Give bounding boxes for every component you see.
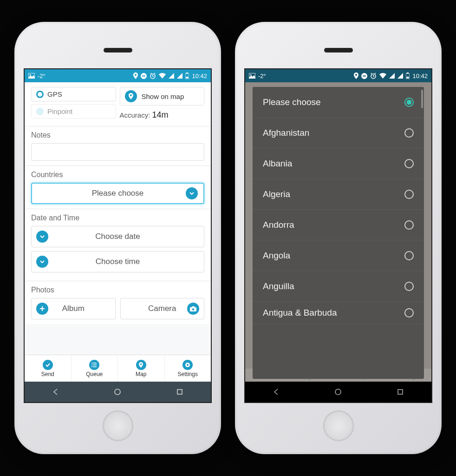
countries-dropdown[interactable]: Please choose — [31, 183, 204, 204]
option-label: Antigua & Barbuda — [263, 308, 337, 318]
signal-icon-2 — [397, 73, 403, 79]
gps-radio[interactable]: GPS — [31, 87, 116, 101]
photos-section: Photos Album Camera — [25, 281, 211, 324]
svg-rect-29 — [407, 77, 409, 79]
tab-map[interactable]: Map — [118, 355, 165, 382]
pinpoint-radio[interactable]: Pinpoint — [31, 104, 116, 119]
plus-icon — [36, 303, 48, 315]
country-option[interactable]: Antigua & Barbuda — [253, 302, 424, 324]
svg-point-16 — [140, 363, 142, 365]
tab-queue-label: Queue — [86, 371, 103, 377]
album-button[interactable]: Album — [31, 298, 116, 319]
location-icon — [354, 73, 358, 79]
option-label: Angola — [263, 251, 290, 261]
svg-point-22 — [250, 74, 252, 76]
battery-icon — [406, 73, 410, 79]
dnd-icon — [141, 73, 147, 79]
radio-unselected-icon — [404, 190, 414, 199]
signal-icon-2 — [177, 73, 182, 79]
screen-right: -2° — [244, 68, 432, 403]
radio-unselected-icon — [404, 308, 414, 317]
picture-icon — [249, 73, 255, 79]
tab-settings[interactable]: Settings — [165, 355, 211, 382]
wifi-icon — [159, 73, 166, 79]
svg-rect-31 — [398, 390, 403, 394]
show-on-map-button[interactable]: Show on map — [120, 87, 205, 106]
svg-point-15 — [91, 366, 92, 367]
accuracy-label: Accuracy: — [120, 111, 150, 119]
tab-queue[interactable]: Queue — [72, 355, 118, 382]
choose-date-button[interactable]: Choose date — [31, 226, 204, 247]
list-icon — [89, 360, 99, 370]
radio-unselected-icon — [404, 282, 414, 291]
svg-point-30 — [335, 389, 341, 395]
country-option[interactable]: Angola — [253, 240, 424, 271]
alarm-icon — [150, 73, 156, 79]
nav-back-icon[interactable] — [272, 388, 280, 396]
svg-rect-8 — [186, 77, 189, 79]
photos-label: Photos — [31, 286, 204, 294]
radio-selected-icon — [404, 98, 414, 107]
nav-home-icon[interactable] — [334, 388, 342, 396]
country-option[interactable]: Afghanistan — [253, 118, 424, 148]
svg-point-1 — [30, 74, 31, 76]
svg-point-18 — [187, 364, 189, 366]
chevron-down-icon — [36, 256, 48, 268]
svg-rect-4 — [142, 75, 145, 76]
choose-time-label: Choose time — [96, 257, 140, 266]
phone-home-button — [323, 410, 354, 441]
country-option[interactable]: Anguilla — [253, 271, 424, 302]
svg-point-12 — [192, 308, 195, 311]
country-option[interactable]: Andorra — [253, 210, 424, 240]
camera-button[interactable]: Camera — [120, 298, 205, 319]
svg-rect-7 — [186, 73, 188, 73]
country-option[interactable]: Please choose — [253, 87, 424, 118]
option-label: Andorra — [263, 220, 294, 230]
country-option[interactable]: Albania — [253, 148, 424, 179]
screen-left: -2° — [24, 68, 212, 403]
phone-speaker — [104, 48, 132, 53]
svg-point-19 — [115, 389, 120, 395]
choose-date-label: Choose date — [95, 232, 140, 241]
gps-label: GPS — [47, 90, 62, 98]
radio-unselected-icon — [36, 108, 44, 115]
pinpoint-label: Pinpoint — [47, 107, 72, 115]
camera-label: Camera — [148, 304, 176, 313]
dropdown-placeholder: Please choose — [92, 189, 144, 198]
gear-icon — [182, 360, 193, 370]
tab-send-label: Send — [41, 371, 54, 377]
signal-icon — [169, 73, 174, 79]
datetime-section: Date and Time Choose date Choose time — [25, 209, 211, 281]
svg-point-13 — [91, 363, 92, 364]
status-time: 10:42 — [412, 73, 428, 79]
status-temperature: -2° — [258, 73, 266, 79]
choose-time-button[interactable]: Choose time — [31, 251, 204, 272]
scrollbar-thumb[interactable] — [421, 90, 423, 108]
location-icon — [133, 73, 138, 79]
country-option[interactable]: Algeria — [253, 179, 424, 210]
android-status-bar: -2° — [25, 69, 211, 82]
radio-unselected-icon — [404, 128, 414, 138]
nav-recent-icon[interactable] — [176, 388, 184, 396]
form-content: GPS Pinpoint Show on map — [25, 82, 211, 355]
notes-input[interactable] — [31, 143, 204, 161]
country-picker-modal: Please choose Afghanistan Albania Algeri… — [253, 87, 424, 379]
datetime-label: Date and Time — [31, 214, 204, 222]
bottom-tab-bar: Send Queue Map Settings — [25, 355, 211, 382]
android-nav-bar — [25, 382, 211, 402]
svg-rect-25 — [363, 75, 366, 76]
notes-label: Notes — [31, 131, 204, 139]
status-temperature: -2° — [38, 73, 46, 79]
dnd-icon — [361, 73, 367, 79]
radio-unselected-icon — [404, 220, 414, 230]
tab-send[interactable]: Send — [25, 355, 72, 382]
nav-home-icon[interactable] — [113, 388, 122, 396]
nav-back-icon[interactable] — [52, 388, 60, 396]
chevron-down-icon — [36, 231, 48, 243]
show-on-map-label: Show on map — [142, 93, 184, 100]
countries-label: Countries — [31, 171, 204, 179]
signal-icon — [389, 73, 395, 79]
map-pin-icon — [125, 90, 137, 102]
accuracy-text: Accuracy: 14m — [120, 110, 205, 120]
nav-recent-icon[interactable] — [396, 388, 404, 396]
